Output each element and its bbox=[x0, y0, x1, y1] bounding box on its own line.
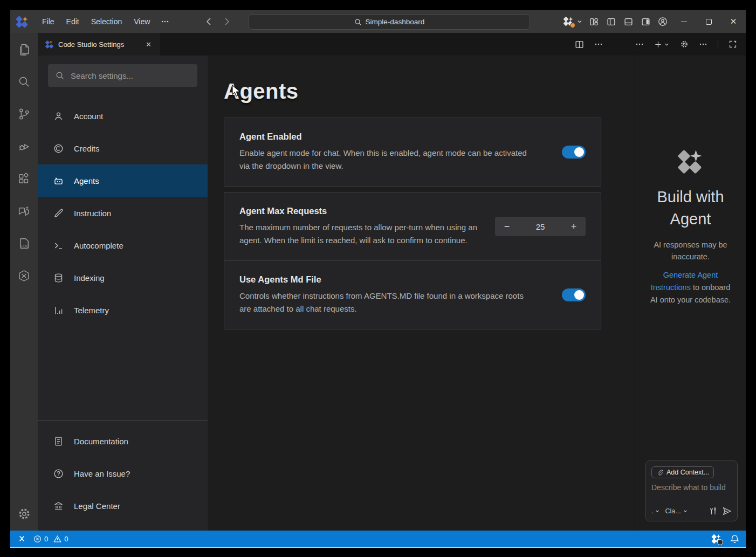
sidebar-item-legal-center[interactable]: Legal Center bbox=[38, 490, 208, 522]
agent-status-icon[interactable] bbox=[712, 534, 721, 544]
chat-agent-icon[interactable] bbox=[17, 204, 31, 218]
mode-dropdown[interactable]: . bbox=[651, 507, 660, 515]
send-button[interactable] bbox=[722, 506, 732, 516]
sidebar-item-account[interactable]: Account bbox=[38, 100, 208, 132]
tools-button[interactable] bbox=[709, 507, 717, 515]
settings-search[interactable] bbox=[48, 64, 197, 87]
increment-button[interactable]: + bbox=[562, 221, 586, 232]
minimize-button[interactable] bbox=[671, 10, 696, 33]
max-requests-value[interactable]: 25 bbox=[519, 222, 562, 231]
toggle-panel-icon[interactable] bbox=[620, 10, 637, 33]
tab-title: Code Studio Settings bbox=[58, 40, 124, 49]
sidebar-item-label: Agents bbox=[74, 176, 99, 185]
settings-search-input[interactable] bbox=[71, 71, 190, 80]
expand-panel-icon[interactable] bbox=[728, 40, 737, 49]
explorer-icon[interactable] bbox=[17, 42, 31, 56]
problems-indicator[interactable]: 0 0 bbox=[33, 535, 68, 543]
chevron-down-icon bbox=[683, 508, 688, 514]
customize-layout-icon[interactable] bbox=[585, 10, 602, 33]
sidebar-item-credits[interactable]: Credits bbox=[38, 132, 208, 164]
search-value: Simple-dashboard bbox=[366, 18, 425, 26]
menu-file[interactable]: File bbox=[36, 15, 60, 29]
command-center-search[interactable]: Simple-dashboard bbox=[249, 14, 530, 30]
sidebar-item-have-an-issue[interactable]: Have an Issue? bbox=[38, 457, 208, 490]
close-window-button[interactable]: ✕ bbox=[721, 10, 746, 33]
plan-badge bbox=[570, 23, 575, 28]
setting-title: Use Agents Md File bbox=[239, 274, 562, 285]
sidebar-item-label: Account bbox=[74, 112, 103, 121]
run-debug-icon[interactable] bbox=[17, 139, 31, 153]
sidebar-item-autocomplete[interactable]: Autocomplete bbox=[38, 229, 208, 262]
setting-description: Enable agent mode for chat. When this is… bbox=[239, 147, 531, 173]
toggle-secondary-sidebar-icon[interactable] bbox=[637, 10, 654, 33]
bank-icon bbox=[52, 500, 64, 512]
menu-view[interactable]: View bbox=[128, 15, 156, 29]
mode-label: . bbox=[651, 507, 653, 515]
remote-indicator[interactable] bbox=[17, 534, 25, 543]
tab-close-icon[interactable]: ✕ bbox=[143, 39, 154, 50]
setting-title: Agent Enabled bbox=[239, 132, 562, 142]
model-dropdown[interactable]: Cla... bbox=[665, 507, 688, 515]
chevron-down-icon bbox=[576, 18, 583, 25]
settings-sidebar: Account Credits bbox=[38, 56, 208, 531]
database-icon bbox=[52, 272, 64, 284]
error-icon bbox=[33, 535, 42, 543]
chat-input-box[interactable]: Add Context... . Cla... bbox=[645, 460, 738, 521]
back-button[interactable] bbox=[204, 17, 214, 26]
editor-more-actions-icon[interactable] bbox=[594, 40, 603, 49]
settings-nav-bottom: Documentation Have an Issue? bbox=[38, 420, 208, 531]
add-context-button[interactable]: Add Context... bbox=[651, 466, 714, 478]
tab-bar: Code Studio Settings ✕ bbox=[38, 33, 746, 56]
status-bar: 0 0 bbox=[10, 531, 746, 547]
account-plan-dropdown[interactable] bbox=[561, 10, 585, 33]
titlebar-right-controls: ✕ bbox=[561, 10, 746, 33]
desktop-background: File Edit Selection View Simple-dashboar… bbox=[0, 0, 756, 557]
sidebar-item-agents[interactable]: Agents bbox=[38, 164, 208, 197]
new-chat-button[interactable] bbox=[654, 40, 670, 49]
source-control-icon[interactable] bbox=[17, 107, 31, 121]
panel-more-actions-icon[interactable] bbox=[635, 40, 644, 49]
notifications-bell-icon[interactable] bbox=[730, 534, 739, 544]
chat-message-input[interactable] bbox=[651, 483, 732, 492]
max-requests-stepper: − 25 + bbox=[495, 217, 586, 236]
decrement-button[interactable]: − bbox=[495, 221, 519, 232]
sidebar-item-label: Indexing bbox=[74, 273, 105, 283]
panel-overflow-icon[interactable] bbox=[699, 40, 707, 49]
maximize-button[interactable] bbox=[696, 10, 721, 33]
history-navigation bbox=[204, 17, 231, 26]
agent-enabled-toggle[interactable] bbox=[562, 146, 586, 159]
chat-onboarding-text: Generate Agent Instructions to onboard A… bbox=[650, 269, 731, 306]
split-editor-icon[interactable] bbox=[575, 40, 584, 49]
page-title: Agents bbox=[224, 79, 635, 104]
setting-description: Controls whether instructions from AGENT… bbox=[239, 290, 531, 315]
forward-button[interactable] bbox=[222, 17, 231, 26]
search-icon bbox=[56, 71, 64, 80]
tab-code-studio-settings[interactable]: Code Studio Settings ✕ bbox=[38, 33, 160, 56]
menu-edit[interactable]: Edit bbox=[60, 15, 85, 29]
chat-panel-heading: Build with Agent bbox=[646, 186, 735, 230]
extensions-icon[interactable] bbox=[17, 171, 31, 185]
toggle-sidebar-icon[interactable] bbox=[602, 10, 620, 33]
search-icon[interactable] bbox=[17, 74, 31, 88]
sidebar-item-telemetry[interactable]: Telemetry bbox=[38, 294, 208, 326]
sidebar-item-indexing[interactable]: Indexing bbox=[38, 262, 208, 294]
setting-description: The maximum number of requests to allow … bbox=[239, 221, 479, 247]
send-icon bbox=[722, 506, 732, 516]
window-bottom-edge bbox=[10, 547, 746, 548]
use-agents-md-toggle[interactable] bbox=[562, 288, 586, 301]
hex-extension-icon[interactable] bbox=[17, 269, 31, 283]
gear-icon[interactable] bbox=[17, 507, 31, 521]
sidebar-item-instruction[interactable]: Instruction bbox=[38, 197, 208, 229]
sidebar-item-documentation[interactable]: Documentation bbox=[38, 425, 208, 457]
menu-more-icon[interactable] bbox=[156, 15, 174, 29]
sidebar-item-label: Instruction bbox=[74, 209, 111, 218]
tab-logo-icon bbox=[45, 40, 54, 49]
error-count: 0 bbox=[44, 535, 48, 543]
account-icon[interactable] bbox=[654, 10, 671, 33]
setting-title: Agent Max Requests bbox=[239, 206, 495, 216]
log-icon[interactable]: LOG bbox=[17, 236, 31, 250]
panel-gear-icon[interactable] bbox=[680, 40, 689, 49]
chat-controls-row: . Cla... bbox=[651, 506, 732, 516]
warning-count: 0 bbox=[64, 535, 68, 543]
menu-selection[interactable]: Selection bbox=[85, 15, 128, 29]
